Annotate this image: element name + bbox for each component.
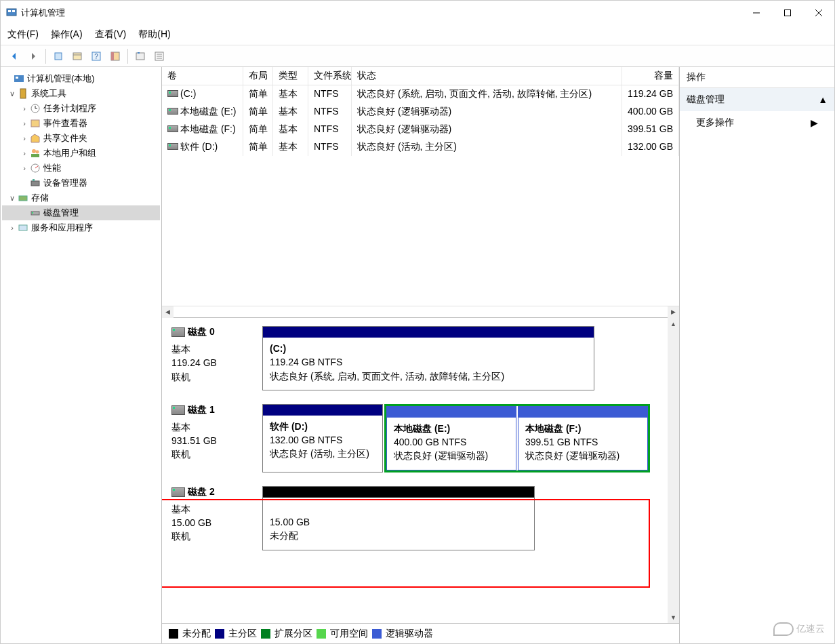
- legend-swatch-primary: [215, 629, 224, 639]
- tree-users[interactable]: ›本地用户和组: [2, 146, 160, 161]
- partition-f[interactable]: 本地磁盘 (F:)399.51 GB NTFS状态良好 (逻辑驱动器): [518, 406, 648, 470]
- horizontal-scrollbar[interactable]: ◀▶: [162, 306, 679, 317]
- svg-rect-7: [55, 53, 62, 60]
- maximize-button[interactable]: [772, 1, 803, 24]
- actions-panel: 操作 磁盘管理 ▲ 更多操作 ▶: [680, 67, 834, 643]
- svg-rect-36: [32, 212, 33, 214]
- toolbar-btn-list[interactable]: [151, 48, 167, 64]
- volume-row[interactable]: 本地磁盘 (F:)简单基本NTFS状态良好 (逻辑驱动器)399.51 GB: [162, 121, 679, 138]
- toolbar-btn-help[interactable]: ?: [88, 48, 104, 64]
- toolbar-btn-view[interactable]: [107, 48, 123, 64]
- disk-icon: [171, 487, 185, 497]
- chevron-up-icon: ▲: [818, 94, 828, 105]
- tree-devmgr[interactable]: 设备管理器: [2, 176, 160, 190]
- svg-point-27: [32, 149, 36, 153]
- tree-eventv[interactable]: ›事件查看器: [2, 116, 160, 131]
- vertical-scrollbar[interactable]: ▲▼: [668, 318, 679, 623]
- svg-point-28: [36, 150, 39, 154]
- tree-services[interactable]: ›服务和应用程序: [2, 220, 160, 235]
- svg-rect-29: [31, 154, 39, 157]
- svg-text:?: ?: [94, 53, 98, 60]
- titlebar: 计算机管理: [1, 1, 834, 24]
- tree-systools[interactable]: ∨系统工具: [2, 86, 160, 101]
- svg-rect-26: [31, 120, 39, 127]
- col-volume[interactable]: 卷: [162, 67, 243, 85]
- volume-row[interactable]: (C:)简单基本NTFS状态良好 (系统, 启动, 页面文件, 活动, 故障转储…: [162, 85, 679, 103]
- actions-header: 操作: [680, 67, 834, 88]
- content-area: 计算机管理(本地) ∨系统工具 ›任务计划程序 ›事件查看器 ›共享文件夹 ›本…: [1, 67, 834, 643]
- col-status[interactable]: 状态: [352, 67, 622, 85]
- tree-storage[interactable]: ∨存储: [2, 190, 160, 205]
- legend-swatch-logical: [372, 629, 382, 639]
- menu-action[interactable]: 操作(A): [51, 28, 83, 41]
- svg-rect-32: [31, 181, 39, 186]
- minimize-button[interactable]: [741, 1, 772, 24]
- tree-diskmgmt[interactable]: 磁盘管理: [2, 205, 160, 220]
- disk-row-1[interactable]: 磁盘 1 基本931.51 GB联机 软件 (D:)132.00 GB NTFS…: [169, 404, 668, 472]
- col-capacity[interactable]: 容量: [622, 67, 679, 85]
- disk-row-2[interactable]: 磁盘 2 基本15.00 GB联机 15.00 GB未分配: [169, 486, 668, 550]
- volume-list: 卷 布局 类型 文件系统 状态 容量 (C:)简单基本NTFS状态良好 (系统,…: [162, 67, 679, 318]
- svg-rect-1: [8, 10, 11, 12]
- forward-button[interactable]: [25, 48, 41, 64]
- tree-root[interactable]: 计算机管理(本地): [2, 71, 160, 86]
- partition-e[interactable]: 本地磁盘 (E:)400.00 GB NTFS状态良好 (逻辑驱动器): [386, 406, 516, 470]
- col-type[interactable]: 类型: [273, 67, 308, 85]
- legend-swatch-unalloc: [169, 629, 178, 639]
- legend: 未分配 主分区 扩展分区 可用空间 逻辑驱动器: [162, 623, 679, 643]
- svg-rect-33: [33, 179, 35, 181]
- svg-rect-4: [785, 9, 791, 16]
- disk-icon: [171, 327, 185, 337]
- svg-rect-14: [136, 53, 144, 60]
- disk-row-0[interactable]: 磁盘 0 基本119.24 GB联机 (C:)119.24 GB NTFS状态良…: [169, 326, 668, 390]
- disk-graphical-view: 磁盘 0 基本119.24 GB联机 (C:)119.24 GB NTFS状态良…: [162, 318, 679, 623]
- extended-partition: 本地磁盘 (E:)400.00 GB NTFS状态良好 (逻辑驱动器) 本地磁盘…: [384, 404, 650, 472]
- col-layout[interactable]: 布局: [243, 67, 273, 85]
- close-button[interactable]: [803, 1, 834, 24]
- partition-d[interactable]: 软件 (D:)132.00 GB NTFS状态良好 (活动, 主分区): [262, 404, 383, 472]
- svg-rect-13: [111, 52, 114, 60]
- partition-c[interactable]: (C:)119.24 GB NTFS状态良好 (系统, 启动, 页面文件, 活动…: [262, 326, 594, 390]
- app-icon: [6, 7, 17, 18]
- center-pane: 卷 布局 类型 文件系统 状态 容量 (C:)简单基本NTFS状态良好 (系统,…: [162, 67, 680, 643]
- menu-view[interactable]: 查看(V): [95, 28, 127, 41]
- volume-row[interactable]: 软件 (D:)简单基本NTFS状态良好 (活动, 主分区)132.00 GB: [162, 138, 679, 156]
- toolbar-btn-settings[interactable]: [132, 48, 148, 64]
- svg-rect-2: [12, 10, 15, 12]
- menubar: 文件(F) 操作(A) 查看(V) 帮助(H): [1, 24, 834, 45]
- chevron-right-icon: ▶: [811, 117, 818, 128]
- watermark: 亿速云: [773, 622, 825, 636]
- menu-file[interactable]: 文件(F): [7, 28, 39, 41]
- toolbar-btn-1[interactable]: [50, 48, 66, 64]
- legend-swatch-free: [317, 629, 326, 639]
- volume-list-header: 卷 布局 类型 文件系统 状态 容量: [162, 67, 679, 85]
- toolbar: ?: [1, 45, 834, 67]
- svg-rect-21: [16, 77, 18, 79]
- window-title: 计算机管理: [21, 7, 741, 19]
- svg-rect-22: [20, 89, 26, 98]
- tree-shared[interactable]: ›共享文件夹: [2, 131, 160, 146]
- svg-rect-37: [19, 225, 27, 230]
- volume-row[interactable]: 本地磁盘 (E:)简单基本NTFS状态良好 (逻辑驱动器)400.00 GB: [162, 103, 679, 121]
- legend-swatch-extended: [261, 629, 270, 639]
- actions-diskmgmt[interactable]: 磁盘管理 ▲: [680, 88, 834, 111]
- tree-tasksch[interactable]: ›任务计划程序: [2, 101, 160, 116]
- app-window: 计算机管理 文件(F) 操作(A) 查看(V) 帮助(H) ? 计算机管理(本地…: [0, 0, 835, 644]
- actions-more[interactable]: 更多操作 ▶: [680, 111, 834, 134]
- partition-unallocated[interactable]: 15.00 GB未分配: [262, 486, 535, 550]
- menu-help[interactable]: 帮助(H): [138, 28, 170, 41]
- col-fs[interactable]: 文件系统: [308, 67, 352, 85]
- svg-rect-34: [19, 196, 27, 201]
- tree-perf[interactable]: ›性能: [2, 161, 160, 176]
- nav-tree: 计算机管理(本地) ∨系统工具 ›任务计划程序 ›事件查看器 ›共享文件夹 ›本…: [1, 67, 162, 643]
- disk-icon: [171, 405, 185, 415]
- svg-rect-8: [73, 53, 81, 60]
- svg-rect-15: [138, 52, 140, 54]
- back-button[interactable]: [6, 48, 22, 64]
- toolbar-btn-refresh[interactable]: [69, 48, 85, 64]
